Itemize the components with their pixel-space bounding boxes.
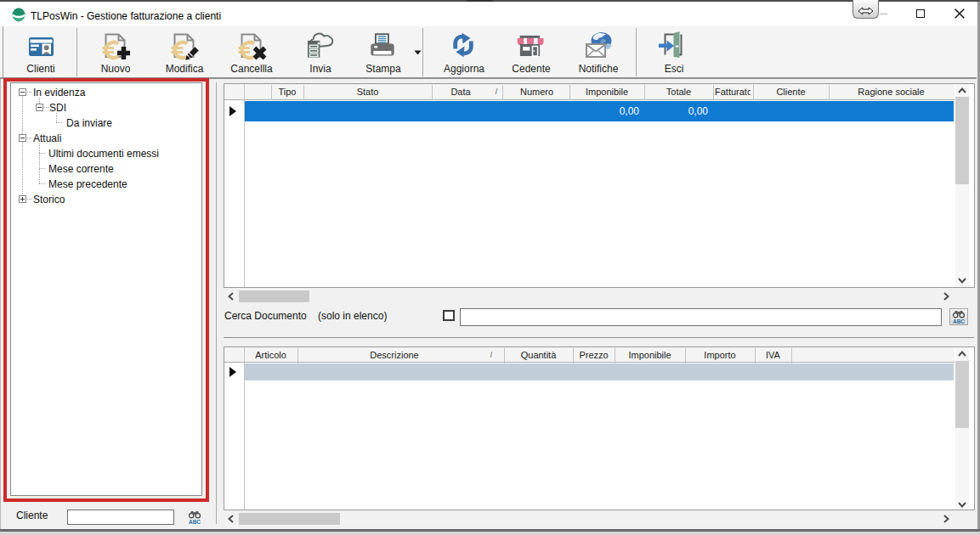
svg-text:ABC: ABC	[953, 318, 965, 324]
svg-text:ABC: ABC	[189, 519, 201, 525]
